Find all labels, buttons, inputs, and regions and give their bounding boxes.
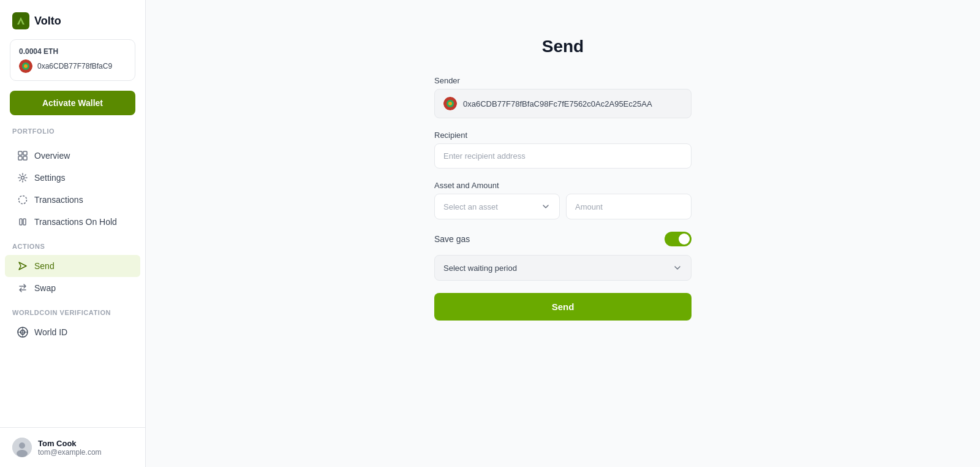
save-gas-label: Save gas bbox=[434, 234, 470, 244]
send-icon bbox=[17, 260, 28, 271]
send-form-container: Send Sender 0xa6CDB77F78fBfaC98Fc7fE7562… bbox=[434, 37, 692, 321]
svg-rect-0 bbox=[12, 12, 29, 29]
worldcoin-section-label: Worldcoin Verification bbox=[0, 309, 145, 321]
settings-icon bbox=[17, 172, 28, 183]
wallet-card: 0.0004 ETH 0xa6CDB77F78fBfaC9 bbox=[10, 39, 135, 81]
svg-rect-8 bbox=[23, 156, 27, 160]
sender-address-text: 0xa6CDB77F78fBfaC98Fc7fE7562c0Ac2A95Ec25… bbox=[463, 99, 652, 108]
recipient-label: Recipient bbox=[434, 131, 692, 140]
wallet-address-row: 0xa6CDB77F78fBfaC9 bbox=[19, 59, 126, 73]
wallet-address-text: 0xa6CDB77F78fBfaC9 bbox=[37, 62, 112, 70]
worldcoin-icon bbox=[17, 327, 28, 338]
svg-rect-11 bbox=[20, 219, 22, 225]
nav-world-id-label: World ID bbox=[34, 327, 67, 337]
waiting-period-chevron-down-icon bbox=[673, 263, 682, 273]
nav-overview[interactable]: Overview bbox=[5, 145, 140, 167]
nav-transactions-on-hold[interactable]: Transactions On Hold bbox=[5, 211, 140, 233]
svg-marker-13 bbox=[19, 262, 26, 270]
wallet-avatar-icon bbox=[19, 59, 32, 73]
recipient-input[interactable] bbox=[434, 143, 692, 169]
svg-rect-7 bbox=[18, 156, 22, 160]
main-content: Send Sender 0xa6CDB77F78fBfaC98Fc7fE7562… bbox=[146, 0, 980, 467]
toggle-thumb bbox=[679, 234, 690, 245]
waiting-period-dropdown[interactable]: Select waiting period bbox=[434, 255, 692, 281]
activate-wallet-button[interactable]: Activate Wallet bbox=[10, 91, 135, 115]
svg-point-9 bbox=[21, 177, 24, 180]
svg-point-19 bbox=[19, 442, 25, 449]
asset-select-placeholder: Select an asset bbox=[443, 202, 498, 211]
page-title: Send bbox=[434, 37, 692, 56]
volto-logo-icon bbox=[12, 12, 29, 29]
save-gas-row: Save gas bbox=[434, 232, 692, 246]
portfolio-section-label: Portfolio bbox=[0, 127, 145, 140]
nav-transactions-label: Transactions bbox=[34, 195, 83, 205]
recipient-field-group: Recipient bbox=[434, 131, 692, 169]
asset-amount-field-group: Asset and Amount Select an asset bbox=[434, 181, 692, 219]
hold-icon bbox=[17, 216, 28, 227]
sender-avatar-icon bbox=[443, 97, 457, 110]
amount-input[interactable] bbox=[566, 194, 692, 219]
asset-amount-row: Select an asset bbox=[434, 194, 692, 219]
nav-send[interactable]: Send bbox=[5, 255, 140, 277]
asset-amount-label: Asset and Amount bbox=[434, 181, 692, 190]
user-name: Tom Cook bbox=[38, 439, 102, 448]
toggle-track bbox=[665, 232, 692, 246]
nav-swap-label: Swap bbox=[34, 283, 56, 293]
waiting-period-placeholder: Select waiting period bbox=[443, 264, 517, 273]
asset-chevron-down-icon bbox=[541, 202, 551, 211]
sidebar: Volto 0.0004 ETH 0xa6CDB77F78fBfaC9 Acti… bbox=[0, 0, 146, 467]
user-avatar bbox=[12, 438, 32, 457]
sender-field-group: Sender 0xa6CDB77F78fBfaC98Fc7fE7562c0Ac2… bbox=[434, 76, 692, 118]
svg-rect-12 bbox=[23, 219, 26, 225]
sender-display: 0xa6CDB77F78fBfaC98Fc7fE7562c0Ac2A95Ec25… bbox=[434, 89, 692, 118]
nav-swap[interactable]: Swap bbox=[5, 277, 140, 299]
save-gas-toggle[interactable] bbox=[665, 232, 692, 246]
nav-settings[interactable]: Settings bbox=[5, 167, 140, 189]
sidebar-footer: Tom Cook tom@example.com bbox=[0, 427, 145, 467]
svg-point-20 bbox=[17, 450, 28, 457]
transactions-icon bbox=[17, 194, 28, 205]
nav-send-label: Send bbox=[34, 261, 55, 271]
send-button[interactable]: Send bbox=[434, 293, 692, 321]
sender-label: Sender bbox=[434, 76, 692, 85]
wallet-balance: 0.0004 ETH bbox=[19, 47, 126, 56]
svg-point-10 bbox=[19, 196, 27, 204]
nav-overview-label: Overview bbox=[34, 151, 70, 161]
layout-icon bbox=[17, 150, 28, 161]
actions-section-label: Actions bbox=[0, 243, 145, 255]
asset-select-dropdown[interactable]: Select an asset bbox=[434, 194, 560, 219]
user-email: tom@example.com bbox=[38, 448, 102, 457]
svg-point-23 bbox=[448, 102, 452, 105]
svg-rect-5 bbox=[18, 151, 22, 155]
svg-rect-6 bbox=[23, 151, 27, 155]
svg-point-4 bbox=[24, 64, 28, 68]
nav-world-id[interactable]: World ID bbox=[5, 321, 140, 343]
nav-settings-label: Settings bbox=[34, 173, 66, 183]
logo-area: Volto bbox=[0, 0, 145, 39]
nav-transactions[interactable]: Transactions bbox=[5, 189, 140, 211]
app-name: Volto bbox=[34, 15, 61, 28]
swap-icon bbox=[17, 283, 28, 294]
nav-transactions-on-hold-label: Transactions On Hold bbox=[34, 217, 117, 227]
user-info: Tom Cook tom@example.com bbox=[38, 439, 102, 457]
